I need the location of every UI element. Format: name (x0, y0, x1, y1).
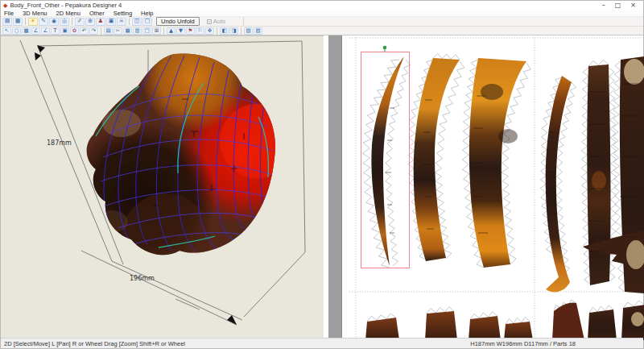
pattern-pieces[interactable] (365, 56, 644, 340)
flag-b-icon[interactable]: ⚐ (196, 27, 204, 35)
menu-3d[interactable]: 3D Menu (23, 10, 47, 17)
zoom-2d-icon[interactable]: ◎ (60, 18, 69, 26)
angle-tool-a-icon[interactable]: ∠ (31, 27, 40, 35)
toolbar-separator (101, 27, 101, 35)
dim-height-label: 187mm (47, 139, 72, 147)
print-icon[interactable]: ⊞ (152, 27, 161, 35)
menu-other[interactable]: Other (89, 10, 105, 17)
toolbar-edit: ↖ ○ ▩ ∠ ∠ T ▣ ✿ ↶ ↷ ▤ ✂ ▦ ▥ □ ⊞ ▲ ▼ ⚑ ⚐ … (1, 27, 643, 35)
title-bar: ◆ Body_Front_Other - Pepakura Designer 4… (1, 1, 643, 10)
split-view-icon[interactable]: ◫ (132, 18, 142, 26)
app-window: ◆ Body_Front_Other - Pepakura Designer 4… (0, 0, 644, 349)
menu-setting[interactable]: Setting (114, 10, 132, 17)
status-bar: 2D [Select/Move] L [Pan] R or Wheel Drag… (1, 338, 643, 348)
flag-a-icon[interactable]: ⚑ (186, 27, 195, 35)
texture-globe-icon[interactable]: ⊕ (85, 18, 95, 26)
image-tool-icon[interactable]: ▣ (60, 27, 69, 35)
stats-b-icon[interactable]: ◨ (229, 27, 238, 35)
stats-a-icon[interactable]: ◧ (220, 27, 229, 35)
viewport-3d[interactable]: 187mm 196mm (1, 35, 324, 338)
angle-tool-b-icon[interactable]: ∠ (41, 27, 50, 35)
window-title: Body_Front_Other - Pepakura Designer 4 (10, 2, 601, 9)
part-bottom-2[interactable] (425, 311, 457, 340)
grid-layout-icon[interactable]: ▦ (123, 27, 132, 35)
settings-wrench-icon[interactable]: ✐ (75, 18, 85, 26)
status-dimensions: H187mm W196mm D117mm / Parts 18 (470, 340, 643, 347)
maximize-icon[interactable]: □ (615, 2, 621, 9)
open-file-icon[interactable]: ▤ (2, 18, 12, 26)
close-icon[interactable]: × (630, 2, 636, 9)
pane-divider[interactable] (326, 35, 342, 338)
part-bottom-6[interactable] (588, 310, 617, 340)
toolbar-separator (217, 27, 217, 35)
rotate-tool-icon[interactable]: ○ (12, 27, 21, 35)
texture-image-icon[interactable]: ▣ (106, 18, 116, 26)
move-parts-icon[interactable]: ✥ (205, 27, 214, 35)
toolbar-separator (241, 27, 242, 35)
part-bottom-3[interactable] (469, 316, 501, 340)
toolbar-main: ▤ ▦ ☀ ✎ ◉ ◎ ✐ ⊕ ♟ ▣ ∞ ◫ □ Undo Unfold ✓ … (1, 17, 643, 27)
minimize-icon[interactable]: – (602, 2, 605, 9)
mesh-tool-icon[interactable]: ▩ (22, 27, 31, 35)
toolbar-separator (129, 18, 130, 25)
zoom-3d-icon[interactable]: ◉ (49, 18, 59, 26)
toolbar-separator (25, 18, 26, 25)
redo-icon[interactable]: ↷ (89, 27, 98, 35)
raise-order-icon[interactable]: ▲ (167, 27, 175, 35)
toolbar-separator (72, 18, 72, 25)
menu-file[interactable]: File (4, 10, 14, 17)
text-tool-icon[interactable]: T (51, 27, 60, 35)
dim-width-label: 196mm (130, 275, 155, 282)
status-hint: 2D [Select/Move] L [Pan] R or Wheel Drag… (1, 340, 470, 347)
lower-order-icon[interactable]: ▼ (176, 27, 185, 35)
undo-icon[interactable]: ↶ (80, 27, 89, 35)
model-person-icon[interactable]: ♟ (96, 18, 105, 26)
select-move-icon[interactable]: ↖ (2, 27, 11, 35)
viewport-2d[interactable] (343, 35, 643, 338)
add-page-icon[interactable]: ▥ (133, 27, 142, 35)
blank-page-icon[interactable]: □ (142, 27, 151, 35)
save-file-icon[interactable]: ▦ (13, 18, 23, 26)
flip-tool-icon[interactable]: ✿ (70, 27, 79, 35)
main-area: 187mm 196mm (1, 35, 643, 338)
light-toggle-icon[interactable]: ☀ (28, 18, 38, 26)
pen-tool-icon[interactable]: ✎ (39, 18, 48, 26)
undo-unfold-button[interactable]: Undo Unfold (156, 17, 200, 26)
menu-help[interactable]: Help (141, 10, 153, 17)
menu-2d[interactable]: 2D Menu (56, 10, 80, 17)
pattern-a-icon[interactable]: ▧ (244, 27, 253, 35)
auto-label: Auto (213, 18, 225, 25)
app-icon: ◆ (3, 2, 7, 8)
part-bottom-5[interactable] (552, 302, 584, 340)
rotation-handle[interactable] (383, 46, 387, 50)
page-layout-icon[interactable]: ▤ (104, 27, 113, 35)
toolbar-separator (163, 27, 164, 35)
menu-bar: File 3D Menu 2D Menu Other Setting Help (1, 10, 643, 17)
auto-checkbox[interactable]: ✓ (207, 19, 212, 24)
scissors-tool-icon[interactable]: ✂ (114, 27, 122, 35)
pattern-b-icon[interactable]: ▨ (254, 27, 262, 35)
page-view-icon[interactable]: □ (142, 18, 152, 26)
link-faces-icon[interactable]: ∞ (117, 18, 126, 26)
part-bottom-1[interactable] (365, 318, 399, 340)
